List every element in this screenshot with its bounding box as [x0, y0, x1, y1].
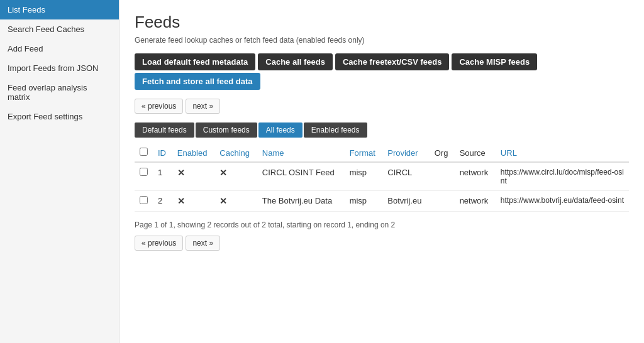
prev-page-bottom-button[interactable]: « previous: [135, 236, 183, 251]
tab-2[interactable]: All feeds: [258, 122, 303, 138]
col-header-org: Org: [430, 144, 455, 162]
sidebar-item-export-feed[interactable]: Export Feed settings: [0, 107, 119, 126]
col-header-url: URL: [496, 144, 629, 162]
col-header-provider: Provider: [382, 144, 429, 162]
sidebar-item-add-feed[interactable]: Add Feed: [0, 39, 119, 58]
cell-format: misp: [345, 162, 383, 191]
action-button-3[interactable]: Cache MISP feeds: [452, 53, 537, 70]
col-header-enabled: Enabled: [172, 144, 215, 162]
col-header-format: Format: [345, 144, 383, 162]
table-body: 1✕✕CIRCL OSINT FeedmispCIRCLnetworkhttps…: [135, 162, 629, 212]
enabled-icon: ✕: [177, 196, 185, 206]
cell-caching: ✕: [214, 191, 257, 212]
cell-org: [430, 162, 455, 191]
sidebar-item-search-feed-caches[interactable]: Search Feed Caches: [0, 19, 119, 39]
col-header-id: ID: [153, 144, 172, 162]
top-pagination: « previous next »: [135, 99, 629, 114]
cell-source: network: [455, 162, 496, 191]
cell-provider: CIRCL: [382, 162, 429, 191]
col-header-name: Name: [257, 144, 345, 162]
action-button-2[interactable]: Cache freetext/CSV feeds: [335, 53, 450, 70]
next-page-top-button[interactable]: next »: [186, 99, 220, 114]
cell-source: network: [455, 191, 496, 212]
pagination-info: Page 1 of 1, showing 2 records out of 2 …: [135, 220, 629, 229]
table-row: 2✕✕The Botvrij.eu DatamispBotvrij.eunetw…: [135, 191, 629, 212]
cell-url: https://www.circl.lu/doc/misp/feed-osint: [496, 162, 629, 191]
action-button-0[interactable]: Load default feed metadata: [135, 53, 255, 70]
prev-page-top-button[interactable]: « previous: [135, 99, 183, 114]
cell-org: [430, 191, 455, 212]
row-checkbox-0[interactable]: [140, 168, 148, 176]
cell-url: https://www.botvrij.eu/data/feed-osint: [496, 191, 629, 212]
cell-format: misp: [345, 191, 383, 212]
cell-enabled: ✕: [172, 162, 215, 191]
sidebar-item-list-feeds[interactable]: List Feeds: [0, 0, 119, 19]
page-subtitle: Generate feed lookup caches or fetch fee…: [135, 36, 629, 45]
sidebar-item-import-feeds[interactable]: Import Feeds from JSON: [0, 58, 119, 78]
caching-icon: ✕: [219, 196, 227, 206]
tab-3[interactable]: Enabled feeds: [304, 122, 367, 138]
col-header-caching: Caching: [214, 144, 257, 162]
table-row: 1✕✕CIRCL OSINT FeedmispCIRCLnetworkhttps…: [135, 162, 629, 191]
select-all-checkbox[interactable]: [140, 148, 148, 156]
feeds-table: IDEnabledCachingNameFormatProviderOrgSou…: [135, 144, 629, 212]
tab-1[interactable]: Custom feeds: [196, 122, 257, 138]
cell-name: The Botvrij.eu Data: [257, 191, 345, 212]
caching-icon: ✕: [219, 168, 227, 178]
action-button-1[interactable]: Cache all feeds: [258, 53, 333, 70]
action-button-4[interactable]: Fetch and store all feed data: [135, 73, 260, 90]
sidebar: List FeedsSearch Feed CachesAdd FeedImpo…: [0, 0, 119, 343]
action-buttons: Load default feed metadataCache all feed…: [135, 53, 629, 90]
cell-enabled: ✕: [172, 191, 215, 212]
cell-id: 1: [153, 162, 172, 191]
bottom-pagination: « previous next »: [135, 236, 629, 251]
main-content: Feeds Generate feed lookup caches or fet…: [119, 0, 644, 343]
cell-id: 2: [153, 191, 172, 212]
cell-caching: ✕: [214, 162, 257, 191]
page-title: Feeds: [135, 13, 629, 32]
cell-provider: Botvrij.eu: [382, 191, 429, 212]
next-page-bottom-button[interactable]: next »: [186, 236, 220, 251]
tab-0[interactable]: Default feeds: [135, 122, 194, 138]
col-header-source: Source: [455, 144, 496, 162]
row-checkbox-1[interactable]: [140, 196, 148, 204]
sidebar-item-feed-overlap[interactable]: Feed overlap analysis matrix: [0, 78, 119, 107]
cell-name: CIRCL OSINT Feed: [257, 162, 345, 191]
tab-bar: Default feedsCustom feedsAll feedsEnable…: [135, 122, 629, 138]
table-header: IDEnabledCachingNameFormatProviderOrgSou…: [135, 144, 629, 162]
enabled-icon: ✕: [177, 168, 185, 178]
